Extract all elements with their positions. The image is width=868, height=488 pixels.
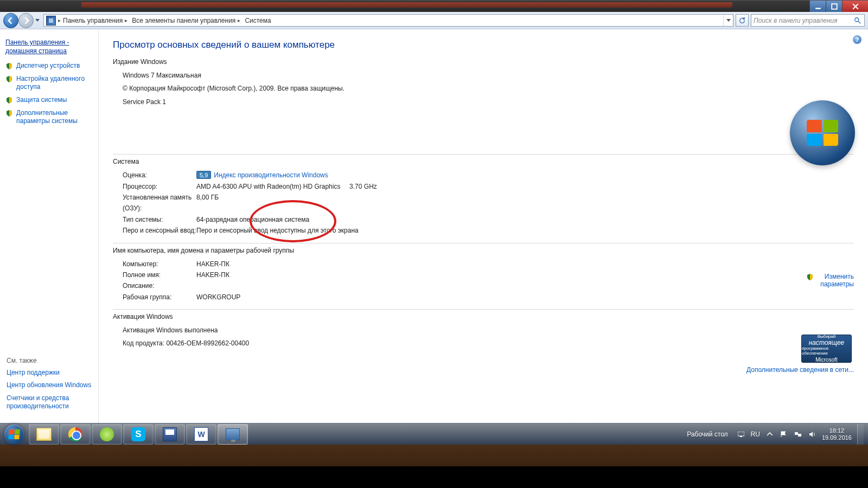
shield-icon	[5, 110, 13, 117]
svg-rect-2	[49, 18, 53, 23]
system-heading: Система	[113, 158, 854, 165]
device-manager-link[interactable]: Диспетчер устройств	[16, 62, 80, 70]
taskbar-icq[interactable]	[92, 424, 122, 445]
svg-rect-7	[798, 434, 801, 436]
remote-settings-link[interactable]: Настройка удаленного доступа	[16, 75, 93, 92]
svg-rect-0	[815, 8, 821, 9]
network-icon[interactable]	[794, 430, 802, 439]
pen-touch-value: Перо и сенсорный ввод недоступны для это…	[196, 225, 854, 236]
workgroup-value: WORKGROUP	[196, 292, 854, 303]
copyright-text: © Корпорация Майкрософт (Microsoft Corp.…	[113, 83, 854, 94]
forward-button[interactable]	[18, 13, 34, 28]
computer-value: HAKER-ПК	[196, 259, 854, 269]
rating-score-badge[interactable]: 5,9	[196, 171, 211, 179]
see-also-heading: См. также	[7, 357, 93, 364]
address-history-dropdown[interactable]	[723, 15, 733, 26]
volume-icon[interactable]	[808, 430, 816, 439]
svg-rect-6	[795, 432, 798, 435]
search-box[interactable]	[751, 14, 865, 27]
system-protection-link[interactable]: Защита системы	[16, 96, 67, 105]
desktop-peek-icon[interactable]	[737, 430, 745, 439]
computer-name-heading: Имя компьютера, имя домена и параметры р…	[113, 247, 854, 254]
shield-icon	[5, 75, 13, 83]
processor-label: Процессор:	[123, 181, 196, 192]
genuine-microsoft-badge[interactable]: Выбирай настоящее программное обеспечени…	[801, 335, 852, 363]
window-titlebar	[0, 0, 868, 12]
windows-update-link[interactable]: Центр обновления Windows	[7, 381, 93, 390]
more-info-online-link[interactable]: Дополнительные сведения в сети...	[746, 366, 854, 374]
address-bar[interactable]: ▸ Панель управления▸ Все элементы панели…	[43, 14, 733, 27]
svg-rect-4	[738, 432, 744, 436]
taskbar-save[interactable]	[155, 424, 185, 445]
minimize-button[interactable]	[809, 1, 826, 12]
windows-logo-icon	[790, 100, 855, 165]
breadcrumb-seg-control-panel[interactable]: Панель управления▸	[61, 15, 130, 26]
page-title: Просмотр основных сведений о вашем компь…	[113, 40, 854, 50]
computer-label: Компьютер:	[123, 259, 196, 269]
shield-icon	[5, 97, 13, 104]
pen-touch-label: Перо и сенсорный ввод:	[123, 225, 196, 236]
maximize-button[interactable]	[826, 1, 842, 12]
product-id-row: Код продукта: 00426-OEM-8992662-00400	[113, 338, 854, 349]
show-desktop-label[interactable]: Рабочий стол	[687, 431, 727, 438]
explorer-nav-row: ▸ Панель управления▸ Все элементы панели…	[0, 12, 868, 29]
svg-point-3	[855, 17, 859, 21]
shield-icon	[5, 62, 13, 70]
advanced-system-settings-link[interactable]: Дополнительные параметры системы	[16, 109, 93, 126]
workgroup-label: Рабочая группа:	[123, 292, 196, 303]
start-button[interactable]	[0, 423, 28, 445]
search-input[interactable]	[754, 17, 853, 24]
taskbar-explorer[interactable]	[29, 424, 59, 445]
description-value	[196, 280, 854, 291]
windows-edition-name: Windows 7 Максимальная	[113, 70, 854, 81]
control-panel-icon	[46, 16, 56, 25]
ram-label: Установленная память (ОЗУ):	[123, 192, 196, 214]
taskbar: S W Рабочий стол RU 18:12 19.09.2016	[0, 423, 868, 445]
titlebar-redaction	[81, 2, 732, 8]
processor-value: AMD A4-6300 APU with Radeon(tm) HD Graph…	[196, 181, 854, 192]
action-center-link[interactable]: Центр поддержки	[7, 369, 93, 377]
taskbar-word[interactable]: W	[186, 424, 216, 445]
service-pack-text: Service Pack 1	[113, 97, 854, 107]
product-id-value: 00426-OEM-8992662-00400	[166, 339, 249, 347]
perf-tools-link[interactable]: Счетчики и средства производительности	[7, 394, 93, 411]
taskbar-system[interactable]	[218, 424, 248, 445]
activation-status: Активация Windows выполнена	[113, 325, 854, 336]
sidebar: Панель управления - домашняя страница Ди…	[0, 30, 99, 423]
experience-index-link[interactable]: Индекс производительности Windows	[214, 171, 328, 179]
shield-icon	[806, 273, 814, 281]
content-pane: ? Просмотр основных сведений о вашем ком…	[99, 30, 868, 423]
tray-chevron-up-icon[interactable]	[765, 430, 774, 439]
nav-history-dropdown[interactable]	[34, 15, 41, 27]
close-button[interactable]	[842, 1, 868, 12]
full-name-label: Полное имя:	[123, 269, 196, 280]
control-panel-home-link[interactable]: Панель управления - домашняя страница	[5, 38, 93, 55]
system-tray: Рабочий стол RU 18:12 19.09.2016	[682, 424, 868, 445]
activation-heading: Активация Windows	[113, 313, 854, 320]
description-label: Описание:	[123, 280, 196, 291]
flag-icon[interactable]	[780, 430, 788, 439]
full-name-value: HAKER-ПК	[196, 269, 854, 280]
svg-rect-1	[832, 4, 837, 9]
rating-label: Оценка:	[123, 170, 196, 181]
help-icon[interactable]: ?	[853, 35, 861, 44]
search-icon	[853, 17, 862, 24]
breadcrumb-seg-system[interactable]: Система	[242, 15, 273, 26]
taskbar-clock[interactable]: 18:12 19.09.2016	[822, 427, 852, 441]
taskbar-chrome[interactable]	[60, 424, 91, 445]
see-also-section: См. также Центр поддержки Центр обновлен…	[7, 357, 93, 415]
system-type-value: 64-разрядная операционная система	[196, 214, 854, 225]
change-settings-link[interactable]: Изменить параметры	[806, 273, 854, 288]
taskbar-skype[interactable]: S	[123, 424, 154, 445]
breadcrumb-seg-all-items[interactable]: Все элементы панели управления▸	[130, 15, 242, 26]
svg-rect-5	[740, 436, 742, 437]
windows-edition-heading: Издание Windows	[113, 58, 854, 66]
main-area: Панель управления - домашняя страница Ди…	[0, 29, 868, 423]
back-button[interactable]	[3, 13, 18, 28]
system-type-label: Тип системы:	[123, 214, 196, 225]
language-indicator[interactable]: RU	[751, 431, 760, 438]
ram-value: 8,00 ГБ	[196, 192, 854, 214]
refresh-button[interactable]	[736, 14, 749, 27]
show-desktop-button[interactable]	[857, 424, 864, 445]
